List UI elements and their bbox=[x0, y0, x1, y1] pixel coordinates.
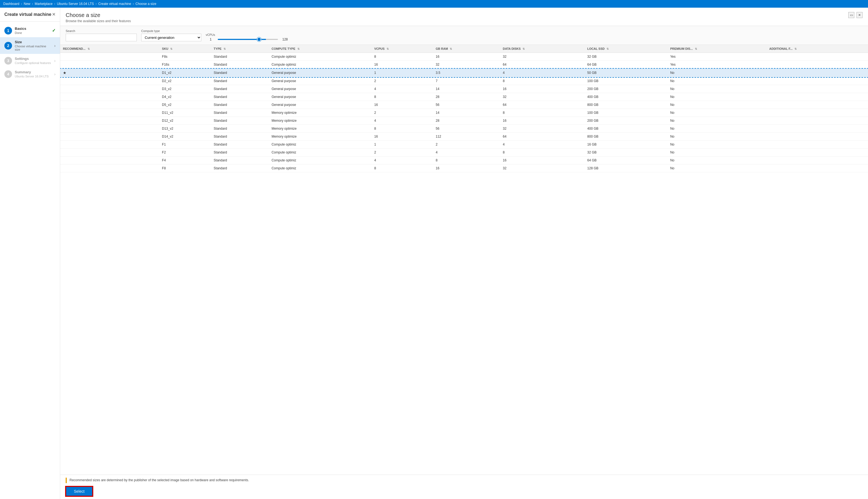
vcpu-slider[interactable] bbox=[218, 39, 278, 40]
col-compute-type[interactable]: COMPUTE TYPE ⇅ bbox=[269, 45, 371, 53]
table-row[interactable]: D3_v2StandardGeneral purpose41416200 GBN… bbox=[60, 85, 868, 93]
cell-type: Standard bbox=[211, 69, 269, 77]
cell-compute_type: Memory optimize bbox=[269, 125, 371, 133]
cell-additional_f bbox=[767, 61, 868, 69]
table-row[interactable]: F2StandardCompute optimiz24832 GBNo bbox=[60, 148, 868, 157]
cell-type: Standard bbox=[211, 85, 269, 93]
step-size[interactable]: 2 Size Choose virtual machine size › bbox=[0, 37, 60, 54]
table-row[interactable]: D2_v2StandardGeneral purpose278100 GBNo bbox=[60, 77, 868, 85]
cell-local_ssd: 64 GB bbox=[585, 61, 668, 69]
cell-local_ssd: 64 GB bbox=[585, 157, 668, 165]
breadcrumb-ubuntu[interactable]: Ubuntu Server 16.04 LTS bbox=[57, 2, 94, 6]
col-local-ssd[interactable]: LOCAL SSD ⇅ bbox=[585, 45, 668, 53]
notice-text: Recommended sizes are determined by the … bbox=[70, 478, 249, 483]
table-row[interactable]: F8StandardCompute optimiz81632128 GBNo bbox=[60, 165, 868, 172]
cell-additional_f bbox=[767, 133, 868, 141]
cell-premium_dis: No bbox=[668, 101, 767, 109]
cell-recommended bbox=[60, 93, 159, 101]
table-row[interactable]: D4_v2StandardGeneral purpose82832400 GBN… bbox=[60, 93, 868, 101]
step-basics[interactable]: 1 Basics Done ✓ bbox=[0, 24, 60, 37]
breadcrumb-marketplace[interactable]: Marketplace bbox=[35, 2, 52, 6]
table-row[interactable]: ★D1_v2StandardGeneral purpose13.5450 GBN… bbox=[60, 69, 868, 77]
cell-type: Standard bbox=[211, 93, 269, 101]
col-recommended[interactable]: RECOMMEND... ⇅ bbox=[60, 45, 159, 53]
step-summary-num: 4 bbox=[4, 70, 12, 78]
cell-local_ssd: 200 GB bbox=[585, 117, 668, 125]
table-row[interactable]: F4StandardCompute optimiz481664 GBNo bbox=[60, 157, 868, 165]
col-type[interactable]: TYPE ⇅ bbox=[211, 45, 269, 53]
cell-data_disks: 4 bbox=[500, 141, 585, 148]
cell-data_disks: 64 bbox=[500, 101, 585, 109]
cell-type: Standard bbox=[211, 117, 269, 125]
col-gb-ram[interactable]: GB RAM ⇅ bbox=[433, 45, 500, 53]
cell-sku: F8 bbox=[159, 165, 211, 172]
cell-premium_dis: Yes bbox=[668, 53, 767, 61]
table-row[interactable]: D13_v2StandardMemory optimize85632400 GB… bbox=[60, 125, 868, 133]
table-row[interactable]: D14_v2StandardMemory optimize1611264800 … bbox=[60, 133, 868, 141]
close-panel-button[interactable]: ✕ bbox=[856, 12, 863, 18]
search-input[interactable] bbox=[66, 34, 137, 41]
breadcrumb-dashboard[interactable]: Dashboard bbox=[3, 2, 20, 6]
table-row[interactable]: D5_v2StandardGeneral purpose165664800 GB… bbox=[60, 101, 868, 109]
cell-sku: D2_v2 bbox=[159, 77, 211, 85]
cell-vcpus: 1 bbox=[371, 141, 433, 148]
breadcrumb-create-vm[interactable]: Create virtual machine bbox=[98, 2, 131, 6]
cell-additional_f bbox=[767, 157, 868, 165]
cell-gb_ram: 4 bbox=[433, 148, 500, 157]
compute-type-select[interactable]: Current generation All generations Class… bbox=[141, 34, 201, 41]
table-row[interactable]: F8sStandardCompute optimiz8163232 GBYes bbox=[60, 53, 868, 61]
cell-recommended bbox=[60, 157, 159, 165]
cell-compute_type: General purpose bbox=[269, 85, 371, 93]
cell-local_ssd: 200 GB bbox=[585, 85, 668, 93]
cell-sku: D12_v2 bbox=[159, 117, 211, 125]
col-sku[interactable]: SKU ⇅ bbox=[159, 45, 211, 53]
cell-premium_dis: No bbox=[668, 109, 767, 117]
cell-data_disks: 4 bbox=[500, 69, 585, 77]
col-premium-dis[interactable]: PREMIUM DIS... ⇅ bbox=[668, 45, 767, 53]
cell-additional_f bbox=[767, 77, 868, 85]
cell-premium_dis: No bbox=[668, 165, 767, 172]
cell-vcpus: 2 bbox=[371, 148, 433, 157]
minimize-button[interactable]: ▭ bbox=[848, 12, 854, 18]
table-row[interactable]: F1StandardCompute optimiz12416 GBNo bbox=[60, 141, 868, 148]
vm-size-table: RECOMMEND... ⇅ SKU ⇅ TYPE ⇅ COMPUTE TYPE… bbox=[60, 45, 868, 172]
col-additional-f[interactable]: ADDITIONAL F... ⇅ bbox=[767, 45, 868, 53]
cell-local_ssd: 50 GB bbox=[585, 69, 668, 77]
cell-compute_type: Compute optimiz bbox=[269, 148, 371, 157]
table-row[interactable]: D11_v2StandardMemory optimize2148100 GBN… bbox=[60, 109, 868, 117]
cell-compute_type: Compute optimiz bbox=[269, 141, 371, 148]
table-row[interactable]: D12_v2StandardMemory optimize42816200 GB… bbox=[60, 117, 868, 125]
cell-gb_ram: 2 bbox=[433, 141, 500, 148]
col-vcpus[interactable]: VCPUS ⇅ bbox=[371, 45, 433, 53]
step-summary-desc: Ubuntu Server 16.04 LTS bbox=[15, 75, 51, 78]
cell-vcpus: 16 bbox=[371, 133, 433, 141]
breadcrumb-current: Choose a size bbox=[135, 2, 156, 6]
col-data-disks[interactable]: DATA DISKS ⇅ bbox=[500, 45, 585, 53]
cell-vcpus: 16 bbox=[371, 101, 433, 109]
cell-additional_f bbox=[767, 53, 868, 61]
close-button[interactable]: ✕ bbox=[52, 12, 56, 17]
cell-data_disks: 8 bbox=[500, 148, 585, 157]
cell-recommended bbox=[60, 125, 159, 133]
step-settings-desc: Configure optional features bbox=[15, 61, 51, 64]
cell-gb_ram: 16 bbox=[433, 165, 500, 172]
cell-sku: F4 bbox=[159, 157, 211, 165]
cell-compute_type: General purpose bbox=[269, 77, 371, 85]
breadcrumb-new[interactable]: New bbox=[24, 2, 30, 6]
cell-local_ssd: 100 GB bbox=[585, 77, 668, 85]
cell-gb_ram: 8 bbox=[433, 157, 500, 165]
cell-gb_ram: 28 bbox=[433, 117, 500, 125]
step-size-name: Size bbox=[15, 40, 51, 44]
cell-gb_ram: 32 bbox=[433, 61, 500, 69]
right-panel: Choose a size Browse the available sizes… bbox=[60, 8, 868, 499]
cell-compute_type: Compute optimiz bbox=[269, 165, 371, 172]
step-basics-num: 1 bbox=[4, 27, 12, 35]
cell-sku: D14_v2 bbox=[159, 133, 211, 141]
cell-additional_f bbox=[767, 125, 868, 133]
table-row[interactable]: F16sStandardCompute optimiz16326464 GBYe… bbox=[60, 61, 868, 69]
select-button[interactable]: Select bbox=[66, 486, 93, 496]
cell-sku: F2 bbox=[159, 148, 211, 157]
cell-vcpus: 1 bbox=[371, 69, 433, 77]
cell-compute_type: Compute optimiz bbox=[269, 61, 371, 69]
cell-data_disks: 32 bbox=[500, 165, 585, 172]
